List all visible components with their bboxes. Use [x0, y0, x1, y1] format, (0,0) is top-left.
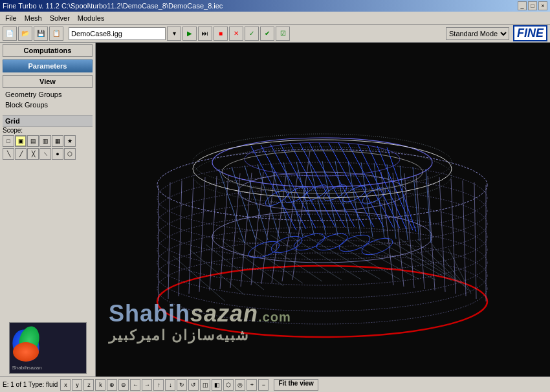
close-button[interactable]: × — [538, 1, 547, 10]
check-button[interactable]: ✓ — [245, 27, 259, 41]
fit-view-button[interactable]: Fit the view — [274, 379, 318, 391]
status-info: E: 1 of 1 Type: fluid — [3, 381, 58, 388]
maximize-button[interactable]: □ — [528, 1, 537, 10]
coord-x[interactable]: x — [60, 379, 71, 391]
pan-up-btn[interactable]: ↑ — [153, 379, 164, 391]
toolbar: 📄 📂 💾 📋 ▾ ▶ ⏭ ■ ✕ ✓ ✔ ☑ Standard Mode FI… — [0, 25, 550, 43]
scope-icon-4[interactable]: ▥ — [39, 135, 51, 147]
scope-icon-5[interactable]: ▦ — [52, 135, 63, 147]
minimize-button[interactable]: _ — [518, 1, 527, 10]
logo-area: Shabihsazan — [0, 320, 95, 376]
forward-button[interactable]: ⏭ — [198, 27, 212, 41]
rotate-cw-btn[interactable]: ↻ — [177, 379, 187, 391]
view-button[interactable]: View — [3, 75, 93, 88]
titlebar-controls: _ □ × — [518, 1, 547, 10]
check3-button[interactable]: ☑ — [276, 27, 290, 41]
menu-mesh[interactable]: Mesh — [21, 13, 46, 23]
play-button[interactable]: ▶ — [182, 27, 197, 41]
view-hex-btn[interactable]: ⬡ — [223, 379, 234, 391]
view-side-btn[interactable]: ◧ — [212, 379, 222, 391]
view-controls: x y z k ⊕ ⊖ ← → ↑ ↓ ↻ ↺ ◫ ◧ ⬡ ◎ + − — [60, 379, 269, 391]
computations-button[interactable]: Computations — [3, 44, 93, 57]
menu-solver[interactable]: Solver — [46, 13, 74, 23]
zoom-plus-btn[interactable]: + — [247, 379, 257, 391]
check2-button[interactable]: ✔ — [260, 27, 274, 41]
menu-modules[interactable]: Modules — [74, 13, 109, 23]
scope-icon-1[interactable]: □ — [3, 135, 14, 147]
geometry-groups-item[interactable]: Geometry Groups — [0, 89, 95, 100]
logo-brand-small: Shabihsazan — [12, 365, 42, 371]
scope-icon-2[interactable]: ▣ — [15, 135, 27, 147]
mesh-canvas: // This is inline, just draw lines in SV… — [96, 43, 550, 376]
new-button[interactable]: 📄 — [3, 27, 17, 41]
viewport[interactable]: // This is inline, just draw lines in SV… — [96, 43, 550, 376]
scope-icon-6[interactable]: ★ — [64, 135, 76, 147]
statusbar: E: 1 of 1 Type: fluid x y z k ⊕ ⊖ ← → ↑ … — [0, 376, 550, 392]
main-area: Computations Parameters View Geometry Gr… — [0, 43, 550, 376]
browse-button[interactable]: ▾ — [167, 27, 181, 41]
logo-image: Shabihsazan — [9, 322, 87, 374]
zoom-in-btn[interactable]: ⊕ — [107, 379, 117, 391]
tool-icon-1[interactable]: ╲ — [3, 148, 14, 160]
svg-rect-0 — [96, 43, 550, 376]
rotate-ccw-btn[interactable]: ↺ — [188, 379, 199, 391]
tool-icon-4[interactable]: ⟍ — [39, 148, 51, 160]
view-front-btn[interactable]: ◫ — [200, 379, 210, 391]
mode-select[interactable]: Standard Mode — [446, 27, 509, 40]
grid-label: Grid — [3, 115, 93, 127]
pan-down-btn[interactable]: ↓ — [165, 379, 175, 391]
open-button[interactable]: 📂 — [18, 27, 32, 41]
tool-icon-3[interactable]: ╳ — [27, 148, 39, 160]
save-button[interactable]: 💾 — [34, 27, 48, 41]
coord-y[interactable]: y — [72, 379, 82, 391]
scope-icons: □ ▣ ▤ ▥ ▦ ★ — [3, 135, 93, 147]
coord-k[interactable]: k — [95, 379, 105, 391]
title-text: Fine Turbo v. 11.2 C:\Spool\turbo11.2\De… — [3, 2, 223, 10]
zoom-minus-btn[interactable]: − — [258, 379, 269, 391]
coord-z[interactable]: z — [83, 379, 94, 391]
fine-logo: FINE — [513, 25, 547, 41]
titlebar: Fine Turbo v. 11.2 C:\Spool\turbo11.2\De… — [0, 0, 550, 12]
stop-button[interactable]: ■ — [214, 27, 228, 41]
menubar: File Mesh Solver Modules — [0, 12, 550, 25]
block-groups-item[interactable]: Block Groups — [0, 100, 95, 110]
tool-icons: ╲ ╱ ╳ ⟍ ● ⬡ — [3, 148, 93, 160]
view-circle-btn[interactable]: ◎ — [235, 379, 245, 391]
parameters-button[interactable]: Parameters — [3, 60, 93, 72]
grid-section: Grid Scope: □ ▣ ▤ ▥ ▦ ★ ╲ ╱ ╳ ⟍ ● ⬡ — [0, 110, 95, 162]
scope-icon-3[interactable]: ▤ — [27, 135, 39, 147]
pan-right-btn[interactable]: → — [142, 379, 152, 391]
tool-icon-6[interactable]: ⬡ — [64, 148, 76, 160]
left-panel: Computations Parameters View Geometry Gr… — [0, 43, 96, 376]
scope-label: Scope: — [3, 127, 93, 134]
saveas-button[interactable]: 📋 — [49, 27, 63, 41]
zoom-out-btn[interactable]: ⊖ — [118, 379, 129, 391]
pan-left-btn[interactable]: ← — [130, 379, 140, 391]
filename-input[interactable] — [69, 27, 166, 40]
stop2-button[interactable]: ✕ — [229, 27, 243, 41]
menu-file[interactable]: File — [1, 13, 21, 23]
tool-icon-5[interactable]: ● — [52, 148, 63, 160]
tool-icon-2[interactable]: ╱ — [15, 148, 27, 160]
